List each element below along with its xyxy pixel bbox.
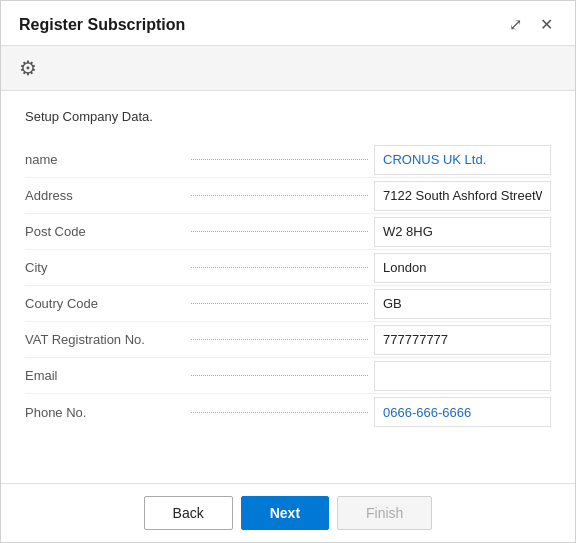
close-button[interactable]: ✕ — [536, 15, 557, 35]
field-input-postcode[interactable] — [374, 217, 551, 247]
field-wrapper-country — [374, 289, 551, 319]
field-label-postcode: Post Code — [25, 224, 185, 239]
field-wrapper-name — [374, 145, 551, 175]
field-input-name[interactable] — [374, 145, 551, 175]
field-input-address[interactable] — [374, 181, 551, 211]
dialog-header: Register Subscription ⤢ ✕ — [1, 1, 575, 46]
field-wrapper-vat — [374, 325, 551, 355]
section-title: Setup Company Data. — [25, 109, 551, 124]
dots-postcode — [191, 231, 368, 232]
field-row-city: City — [25, 250, 551, 286]
field-row-name: name — [25, 142, 551, 178]
back-button[interactable]: Back — [144, 496, 233, 530]
field-row-postcode: Post Code — [25, 214, 551, 250]
gear-icon: ⚙ — [19, 56, 37, 80]
expand-icon: ⤢ — [509, 16, 522, 33]
field-row-country: Coutry Code — [25, 286, 551, 322]
dots-email — [191, 375, 368, 376]
field-input-vat[interactable] — [374, 325, 551, 355]
field-label-name: name — [25, 152, 185, 167]
field-input-email[interactable] — [374, 361, 551, 391]
dots-name — [191, 159, 368, 160]
field-label-email: Email — [25, 368, 185, 383]
field-label-phone: Phone No. — [25, 405, 185, 420]
field-wrapper-city — [374, 253, 551, 283]
header-icons: ⤢ ✕ — [505, 15, 557, 35]
next-button[interactable]: Next — [241, 496, 329, 530]
field-wrapper-address — [374, 181, 551, 211]
field-label-city: City — [25, 260, 185, 275]
dialog-title: Register Subscription — [19, 16, 185, 34]
register-subscription-dialog: Register Subscription ⤢ ✕ ⚙ Setup Compan… — [0, 0, 576, 543]
field-input-city[interactable] — [374, 253, 551, 283]
field-wrapper-phone — [374, 397, 551, 427]
field-row-vat: VAT Registration No. — [25, 322, 551, 358]
dots-address — [191, 195, 368, 196]
form-content: Setup Company Data. name Address Post Co… — [1, 91, 575, 483]
field-label-vat: VAT Registration No. — [25, 332, 185, 347]
wizard-bar: ⚙ — [1, 46, 575, 91]
field-row-phone: Phone No. — [25, 394, 551, 430]
dots-country — [191, 303, 368, 304]
field-label-address: Address — [25, 188, 185, 203]
close-icon: ✕ — [540, 16, 553, 33]
expand-button[interactable]: ⤢ — [505, 15, 526, 35]
finish-button: Finish — [337, 496, 432, 530]
field-label-country: Coutry Code — [25, 296, 185, 311]
field-row-address: Address — [25, 178, 551, 214]
field-wrapper-email — [374, 361, 551, 391]
field-input-phone[interactable] — [374, 397, 551, 427]
dots-city — [191, 267, 368, 268]
field-row-email: Email — [25, 358, 551, 394]
field-wrapper-postcode — [374, 217, 551, 247]
field-input-country[interactable] — [374, 289, 551, 319]
dots-vat — [191, 339, 368, 340]
dialog-footer: Back Next Finish — [1, 483, 575, 542]
dots-phone — [191, 412, 368, 413]
